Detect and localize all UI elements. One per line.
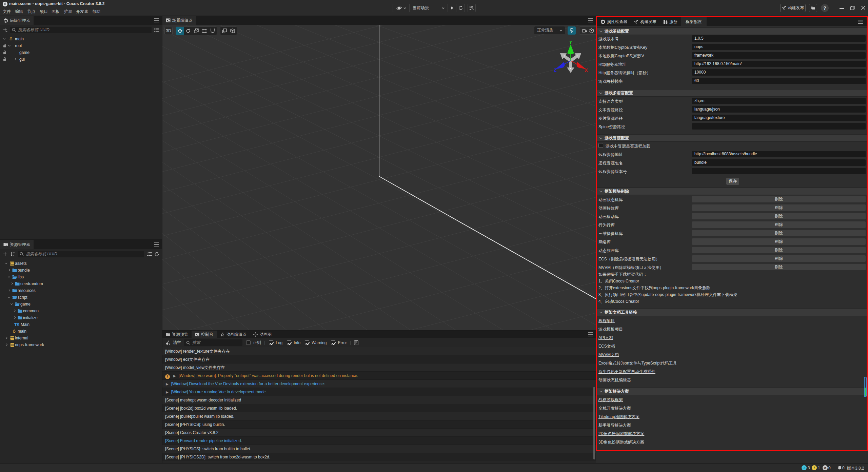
svg-text:X: X: [585, 67, 588, 73]
svg-text:Z: Z: [554, 67, 557, 73]
svg-text:Y: Y: [569, 41, 572, 45]
